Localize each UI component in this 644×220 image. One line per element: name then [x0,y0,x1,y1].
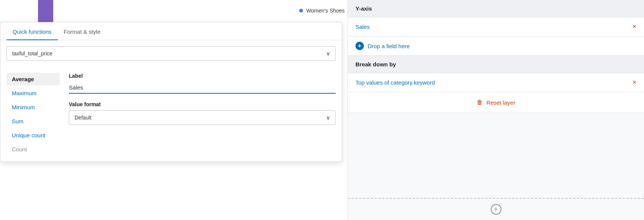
breakdown-label[interactable]: Top values of category.keyword [355,79,435,86]
breakdown-item: Top values of category.keyword × [348,73,644,92]
y-axis-sales-item: Sales × [348,17,644,36]
field-selector-value: taxful_total_price [12,50,52,57]
right-panel: Y-axis Sales × + Drop a field here Break… [347,0,644,220]
y-axis-header: Y-axis [348,0,644,17]
chevron-down-icon: ∨ [326,115,330,121]
reset-layer-row[interactable]: 🗑 Reset layer [348,92,644,113]
panel-body: Average Maximum Minimum Sum Unique count… [0,67,342,162]
chevron-down-icon: ∨ [326,50,330,57]
plus-circle-icon[interactable]: + [355,42,364,50]
breakdown-header: Break down by [348,56,644,73]
y-axis-sales-label[interactable]: Sales [355,24,370,30]
drop-field-text[interactable]: Drop a field here [368,43,410,49]
quick-functions-panel: Quick functions Format & style taxful_to… [0,22,342,162]
value-format-select[interactable]: Default ∨ [69,110,336,125]
trash-icon: 🗑 [477,99,483,106]
value-format-value: Default [75,115,91,121]
panel-tabs: Quick functions Format & style [0,22,342,40]
panel-form: Label Value format Default ∨ [69,73,336,156]
reset-layer-label[interactable]: Reset layer [487,99,516,106]
label-input[interactable] [69,82,336,94]
chart-bar [38,0,53,22]
function-sum[interactable]: Sum [6,115,60,127]
function-count: Count [6,143,60,156]
add-bottom-row[interactable]: + [348,198,644,220]
functions-list: Average Maximum Minimum Sum Unique count… [6,73,60,156]
function-maximum[interactable]: Maximum [6,87,60,99]
legend-label: Women's Shoes [306,8,344,14]
function-unique-count[interactable]: Unique count [6,129,60,141]
field-selector[interactable]: taxful_total_price ∨ [6,46,336,61]
chart-legend: Women's Shoes [299,8,344,14]
value-format-title: Value format [69,101,336,107]
legend-dot [299,9,303,13]
add-circle-button[interactable]: + [491,204,501,215]
label-section-title: Label [69,73,336,79]
function-average[interactable]: Average [6,73,60,85]
drop-field-row[interactable]: + Drop a field here [348,36,644,56]
label-group: Label [69,73,336,94]
breakdown-close[interactable]: × [632,79,636,86]
breakdown-section: Break down by Top values of category.key… [348,56,644,92]
function-minimum[interactable]: Minimum [6,101,60,113]
tab-quick-functions[interactable]: Quick functions [6,22,58,40]
tab-format-style[interactable]: Format & style [58,22,107,40]
value-format-group: Value format Default ∨ [69,101,336,125]
y-axis-sales-close[interactable]: × [632,23,636,31]
